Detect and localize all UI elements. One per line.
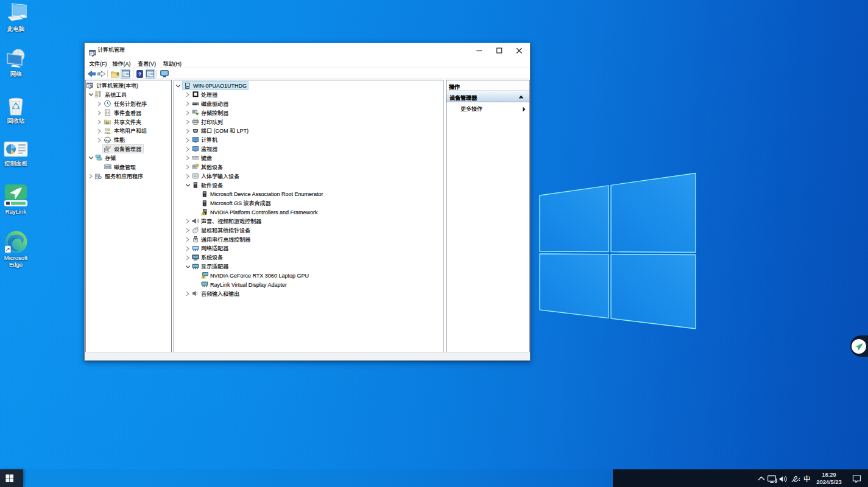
- svg-text:?: ?: [138, 71, 142, 77]
